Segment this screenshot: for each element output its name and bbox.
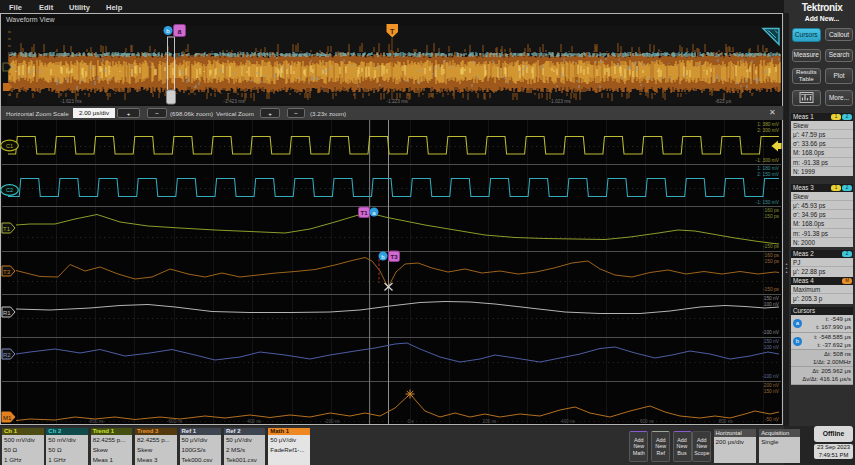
svg-text:600 ns: 600 ns <box>640 419 654 424</box>
svg-text:-1: 150 mV: -1: 150 mV <box>756 200 780 205</box>
svg-text:150 ps: 150 ps <box>765 259 780 264</box>
svg-text:2: 150 mV: 2: 150 mV <box>757 172 780 177</box>
svg-text:1: 180 mV: 1: 180 mV <box>757 166 780 171</box>
svg-text:0 s: 0 s <box>408 419 415 424</box>
svg-text:-150 ps: -150 ps <box>763 244 780 249</box>
svg-text:C2: C2 <box>6 187 13 193</box>
svg-text:800 ns: 800 ns <box>719 419 733 424</box>
svg-text:200 ns: 200 ns <box>483 419 497 424</box>
svg-text:M1: M1 <box>3 415 12 421</box>
svg-text:150 nV: 150 nV <box>764 389 780 394</box>
svg-text:-200 ns: -200 ns <box>324 419 340 424</box>
svg-text:-100 nV: -100 nV <box>762 330 780 335</box>
svg-text:-800 ns: -800 ns <box>88 419 104 424</box>
svg-text:100 nV: 100 nV <box>764 345 780 350</box>
svg-text:160 ps: 160 ps <box>765 208 780 213</box>
svg-text:-1: 300 mV: -1: 300 mV <box>756 158 780 163</box>
svg-text:T1: T1 <box>3 226 11 232</box>
svg-text:200 nV: 200 nV <box>764 383 780 388</box>
svg-text:-100 nV: -100 nV <box>762 374 780 379</box>
svg-text:2: 300 mV: 2: 300 mV <box>757 128 780 133</box>
svg-text:-50 nV: -50 nV <box>765 417 780 422</box>
svg-text:T1: T1 <box>360 210 368 216</box>
svg-text:400 ns: 400 ns <box>561 419 575 424</box>
svg-text:-400 ns: -400 ns <box>246 419 262 424</box>
svg-text:100 nV: 100 nV <box>764 302 780 307</box>
svg-text:R2: R2 <box>3 352 11 358</box>
svg-text:150 nV: 150 nV <box>764 339 780 344</box>
svg-text:150 nV: 150 nV <box>764 296 780 301</box>
svg-text:150 ps: 150 ps <box>765 214 780 219</box>
svg-text:C1: C1 <box>6 143 13 149</box>
svg-text:-600 ns: -600 ns <box>167 419 183 424</box>
svg-text:T3: T3 <box>390 254 398 260</box>
svg-text:160 ps: 160 ps <box>765 253 780 258</box>
svg-text:1: 380 mV: 1: 380 mV <box>757 122 780 127</box>
svg-text:-150 ps: -150 ps <box>763 287 780 292</box>
svg-text:R1: R1 <box>3 310 11 316</box>
svg-text:T3: T3 <box>3 269 11 275</box>
